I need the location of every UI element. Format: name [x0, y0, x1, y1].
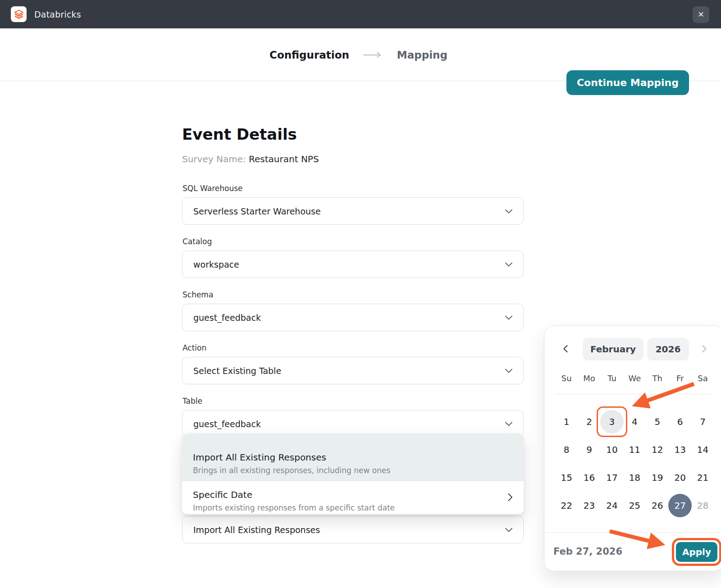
calendar-day-10[interactable]: 10: [601, 436, 623, 464]
next-month-button[interactable]: [697, 342, 712, 357]
calendar-day-22[interactable]: 22: [555, 492, 578, 520]
calendar-day-number: 22: [561, 500, 572, 511]
schema-select[interactable]: guest_feedback: [182, 304, 524, 331]
apply-button[interactable]: Apply: [676, 542, 717, 562]
year-selector[interactable]: 2026: [647, 338, 689, 360]
calendar-grid: 1234567891011121314151617181920212223242…: [555, 408, 714, 520]
calendar-day-11[interactable]: 11: [623, 436, 646, 464]
calendar-day-8[interactable]: 8: [555, 436, 578, 464]
calendar-day-9[interactable]: 9: [578, 436, 600, 464]
calendar-day-12[interactable]: 12: [646, 436, 669, 464]
calendar-day-1[interactable]: 1: [555, 408, 578, 436]
calendar-day-number: 10: [606, 444, 617, 455]
close-button[interactable]: ✕: [693, 6, 709, 23]
catalog-value: workspace: [193, 260, 505, 269]
action-select[interactable]: Select Existing Table: [182, 357, 524, 384]
sql-warehouse-select[interactable]: Serverless Starter Warehouse: [182, 197, 524, 225]
import-mode-select[interactable]: Import All Existing Responses: [182, 516, 524, 543]
calendar-weekday: We: [623, 374, 646, 383]
top-bar: Databricks ✕: [0, 0, 721, 28]
calendar-day-3[interactable]: 3: [601, 408, 623, 436]
date-picker-popup: February 2026 SuMoTuWeThFrSa 12345678910…: [544, 325, 721, 571]
menu-item-title: Import All Existing Responses: [193, 452, 513, 463]
menu-item-title: Specific Date: [193, 489, 513, 500]
calendar-day-6[interactable]: 6: [669, 408, 691, 436]
calendar-day-7[interactable]: 7: [691, 408, 714, 436]
calendar-day-number: 27: [674, 500, 685, 511]
calendar-weekday: Sa: [691, 374, 714, 383]
step-mapping[interactable]: Mapping: [397, 49, 447, 61]
catalog-label: Catalog: [183, 237, 212, 246]
month-selector[interactable]: February: [583, 338, 643, 360]
selected-date-text: Feb 27, 2026: [553, 546, 622, 557]
calendar-day-27[interactable]: 27: [669, 492, 691, 520]
calendar-day-number: 3: [609, 416, 615, 427]
calendar-day-24[interactable]: 24: [601, 492, 623, 520]
calendar-weekday: Fr: [669, 374, 691, 383]
schema-value: guest_feedback: [193, 313, 505, 323]
calendar-day-number: 6: [677, 416, 683, 427]
calendar-day-number: 7: [700, 416, 706, 427]
calendar-day-26[interactable]: 26: [646, 492, 669, 520]
table-value: guest_feedback: [193, 419, 505, 429]
apply-highlight-ring: Apply: [672, 538, 721, 566]
calendar-day-23[interactable]: 23: [578, 492, 600, 520]
close-icon: ✕: [698, 11, 704, 18]
calendar-day-number: 25: [629, 500, 640, 511]
menu-item-description: Imports existing responses from a specif…: [193, 503, 513, 512]
calendar-day-number: 14: [697, 444, 708, 455]
calendar-day-18[interactable]: 18: [623, 464, 646, 492]
calendar-day-5[interactable]: 5: [646, 408, 669, 436]
continue-mapping-button[interactable]: Continue Mapping: [566, 70, 689, 95]
calendar-day-number: 13: [674, 444, 685, 455]
calendar-day-13[interactable]: 13: [669, 436, 691, 464]
calendar-weekday: Th: [646, 374, 669, 383]
calendar-day-28[interactable]: 28: [691, 492, 714, 520]
calendar-day-19[interactable]: 19: [646, 464, 669, 492]
calendar-day-number: 23: [584, 500, 595, 511]
survey-name-line: Survey Name: Restaurant NPS: [182, 154, 319, 164]
action-value: Select Existing Table: [193, 366, 505, 376]
step-configuration[interactable]: Configuration: [269, 49, 349, 61]
chevron-down-icon: [505, 260, 512, 269]
calendar-day-number: 24: [606, 500, 617, 511]
catalog-select[interactable]: workspace: [182, 251, 524, 278]
calendar-day-16[interactable]: 16: [578, 464, 600, 492]
menu-item-import-all[interactable]: Import All Existing Responses Brings in …: [182, 433, 524, 481]
sql-warehouse-value: Serverless Starter Warehouse: [193, 206, 505, 216]
table-label: Table: [183, 397, 202, 406]
calendar-day-25[interactable]: 25: [623, 492, 646, 520]
menu-item-description: Brings in all existing responses, includ…: [193, 466, 513, 475]
calendar-day-number: 9: [586, 444, 592, 455]
survey-name-label: Survey Name:: [182, 154, 246, 164]
previous-month-button[interactable]: [558, 342, 573, 357]
calendar-weekday: Mo: [578, 374, 600, 383]
calendar-day-number: 16: [584, 472, 595, 483]
menu-item-specific-date[interactable]: Specific Date Imports existing responses…: [182, 481, 524, 514]
calendar-day-number: 19: [652, 472, 663, 483]
app-title: Databricks: [34, 0, 81, 28]
calendar-divider: [555, 394, 713, 394]
calendar-weekdays: SuMoTuWeThFrSa: [555, 374, 714, 383]
chevron-left-icon: [563, 345, 568, 354]
chevron-right-icon: [702, 345, 707, 354]
calendar-day-number: 8: [564, 444, 570, 455]
action-label: Action: [183, 343, 206, 352]
calendar-day-20[interactable]: 20: [669, 464, 691, 492]
chevron-down-icon: [505, 207, 512, 215]
chevron-down-icon: [505, 366, 512, 375]
import-mode-value: Import All Existing Responses: [193, 525, 505, 535]
calendar-weekday: Tu: [601, 374, 623, 383]
calendar-day-number: 26: [652, 500, 663, 511]
calendar-day-number: 17: [606, 472, 617, 483]
calendar-day-21[interactable]: 21: [691, 464, 714, 492]
calendar-weekday: Su: [555, 374, 578, 383]
calendar-day-number: 2: [586, 416, 592, 427]
calendar-day-17[interactable]: 17: [601, 464, 623, 492]
calendar-day-number: 15: [561, 472, 572, 483]
survey-name-value: Restaurant NPS: [249, 154, 319, 164]
calendar-day-14[interactable]: 14: [691, 436, 714, 464]
calendar-day-15[interactable]: 15: [555, 464, 578, 492]
calendar-day-number: 20: [674, 472, 685, 483]
page-title: Event Details: [182, 125, 297, 143]
